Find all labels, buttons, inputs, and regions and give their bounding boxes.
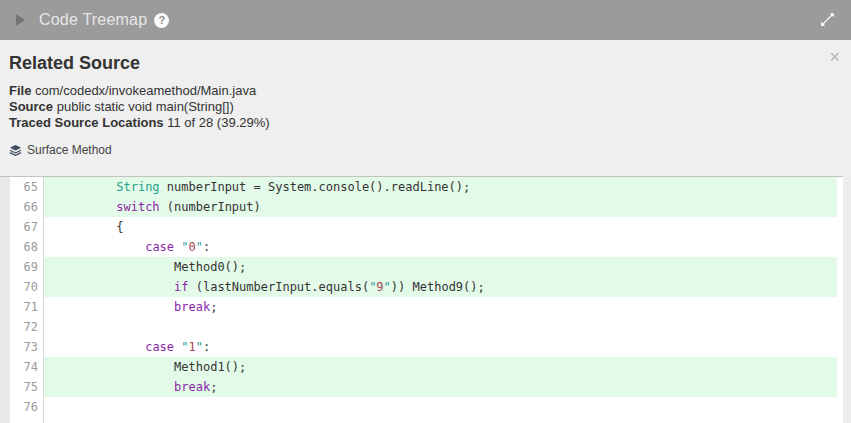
- source-metadata: File com/codedx/invokeamethod/Main.java …: [9, 83, 841, 131]
- code-token-pln: Method1();: [44, 360, 246, 374]
- line-number: 66: [10, 197, 43, 217]
- code-token-pln: {: [44, 220, 123, 234]
- surface-method-label: Surface Method: [27, 143, 112, 157]
- code-token-pln: [44, 200, 116, 214]
- file-label: File: [9, 83, 31, 98]
- code-token-pln: Method0();: [44, 260, 246, 274]
- code-line-traced: String numberInput = System.console().re…: [44, 177, 837, 197]
- code-token-pln: )) Method9();: [391, 280, 485, 294]
- line-number: 74: [10, 357, 43, 377]
- code-token-kwd: break: [174, 380, 210, 394]
- code-token-kwd: break: [174, 300, 210, 314]
- help-icon[interactable]: ?: [154, 13, 169, 28]
- code-token-pln: [44, 340, 145, 354]
- code-token-pln: [44, 280, 174, 294]
- code-left-margin: [0, 177, 10, 423]
- code-line: break;: [44, 297, 837, 317]
- code-line: [44, 397, 837, 417]
- code-lines: String numberInput = System.console().re…: [44, 177, 837, 423]
- collapse-triangle-icon: [16, 14, 25, 26]
- code-token-pln: ;: [210, 380, 217, 394]
- code-token-pln: ;: [210, 300, 217, 314]
- code-line: {: [44, 217, 837, 237]
- code-token-pln: [44, 240, 145, 254]
- code-token-pln: (numberInput): [160, 200, 261, 214]
- line-number: 72: [10, 317, 43, 337]
- code-line-traced: Method0();: [44, 257, 837, 277]
- code-token-pln: [44, 300, 174, 314]
- code-token-pln: (lastNumberInput.equals(: [189, 280, 370, 294]
- source-field: Source public static void main(String[]): [9, 99, 841, 115]
- code-line-traced: if (lastNumberInput.equals("9")) Method9…: [44, 277, 837, 297]
- line-number: 76: [10, 397, 43, 417]
- page-title: Related Source: [9, 53, 841, 74]
- code-token-pln: [44, 180, 116, 194]
- line-number: 67: [10, 217, 43, 237]
- code-viewer: 656667686970717273747576 String numberIn…: [0, 177, 851, 423]
- code-line: case "1":: [44, 337, 837, 357]
- line-number: 71: [10, 297, 43, 317]
- line-number-gutter: 656667686970717273747576: [10, 177, 44, 423]
- code-token-stq: ": [181, 340, 188, 354]
- code-token-typ: String: [116, 180, 159, 194]
- traced-locations-field: Traced Source Locations 11 of 28 (39.29%…: [9, 115, 841, 131]
- treemap-title: Code Treemap: [39, 11, 147, 29]
- line-number: 73: [10, 337, 43, 357]
- close-icon[interactable]: ×: [829, 48, 840, 66]
- code-token-kwd: case: [145, 340, 174, 354]
- code-token-stq: ": [181, 240, 188, 254]
- line-number: 69: [10, 257, 43, 277]
- line-number: 70: [10, 277, 43, 297]
- code-treemap-header[interactable]: Code Treemap ?: [0, 0, 851, 40]
- code-token-pln: :: [203, 340, 210, 354]
- file-field: File com/codedx/invokeamethod/Main.java: [9, 83, 841, 99]
- line-number: 68: [10, 237, 43, 257]
- vertical-scrollbar[interactable]: [843, 177, 851, 423]
- line-number: 75: [10, 377, 43, 397]
- traced-locations-label: Traced Source Locations: [9, 115, 164, 130]
- code-line: case "0":: [44, 237, 837, 257]
- code-token-kwd: if: [174, 280, 188, 294]
- line-number: 65: [10, 177, 43, 197]
- code-line-traced: switch (numberInput): [44, 197, 837, 217]
- code-token-pln: [44, 380, 174, 394]
- code-token-stq: ": [196, 340, 203, 354]
- code-token-kwd: switch: [116, 200, 159, 214]
- code-token-pln: :: [203, 240, 210, 254]
- code-line-traced: Method1();: [44, 357, 837, 377]
- code-token-stq: ": [196, 240, 203, 254]
- code-token-stq: ": [384, 280, 391, 294]
- code-token-stv: 9: [376, 280, 383, 294]
- related-source-panel: Related Source × File com/codedx/invokea…: [0, 40, 851, 177]
- code-line: [44, 317, 837, 337]
- layers-icon: [9, 144, 22, 157]
- code-token-stv: 0: [189, 240, 196, 254]
- code-token-kwd: case: [145, 240, 174, 254]
- code-line-traced: break;: [44, 377, 837, 397]
- source-value: public static void main(String[]): [57, 99, 234, 114]
- code-token-stv: 1: [189, 340, 196, 354]
- source-label: Source: [9, 99, 53, 114]
- expand-icon[interactable]: [819, 11, 836, 28]
- code-token-pln: numberInput = System.console().readLine(…: [160, 180, 471, 194]
- file-value: com/codedx/invokeamethod/Main.java: [35, 83, 256, 98]
- surface-method-badge: Surface Method: [9, 143, 841, 157]
- traced-locations-value: 11 of 28 (39.29%): [167, 115, 269, 130]
